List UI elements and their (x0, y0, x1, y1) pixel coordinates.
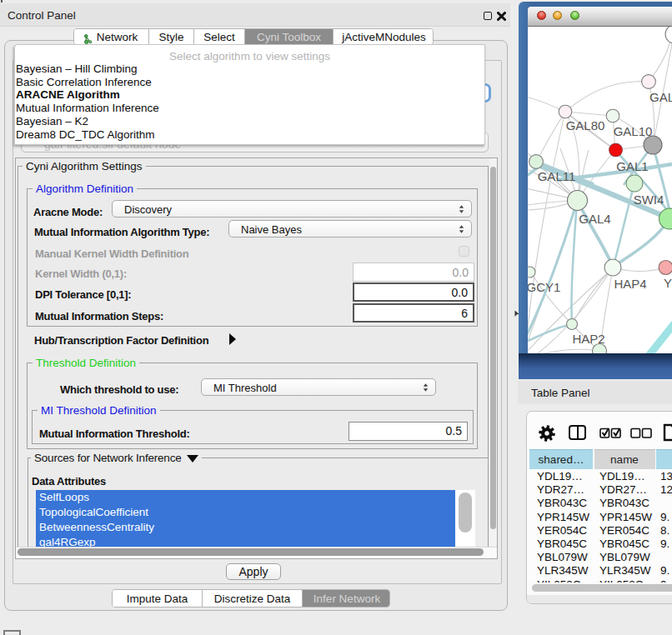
svg-text:GAL7: GAL7 (649, 90, 672, 104)
svg-text:HAP4: HAP4 (614, 277, 646, 291)
svg-text:SWI4: SWI4 (634, 192, 664, 207)
svg-text:GAL1: GAL1 (616, 159, 648, 173)
svg-text:GCY1: GCY1 (528, 280, 560, 294)
svg-text:GAL80: GAL80 (566, 118, 605, 132)
svg-text:HAP2: HAP2 (572, 332, 604, 346)
svg-text:GAL11: GAL11 (538, 169, 576, 183)
svg-text:GAL10: GAL10 (614, 124, 653, 138)
svg-text:GAL4: GAL4 (579, 212, 610, 226)
svg-text:YG: YG (664, 276, 672, 290)
